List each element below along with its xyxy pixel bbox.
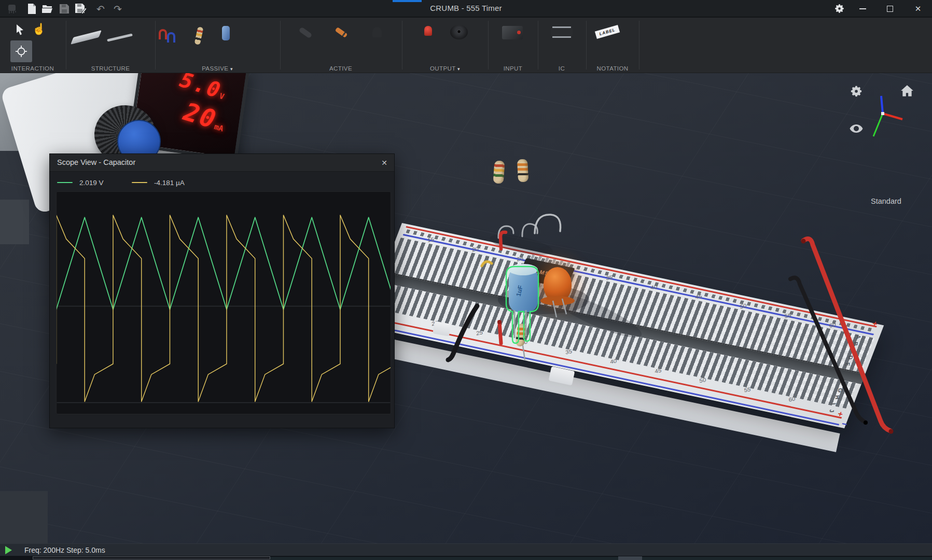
scene-settings-gear-icon[interactable] <box>850 85 863 100</box>
row-number: 25 <box>517 255 524 262</box>
row-number: 20 <box>472 246 479 253</box>
bottom-strip-tint <box>270 557 932 560</box>
column-letter: C <box>850 348 857 353</box>
titlebar[interactable]: ↶ ↷ CRUMB - 555 Timer ✕ <box>0 0 932 17</box>
wire-tip <box>864 421 868 425</box>
hand-tool-icon[interactable]: ☝ <box>32 23 46 35</box>
toolbar-separator <box>66 21 66 69</box>
wire-tip <box>801 239 806 244</box>
component-toolbar: ☝ <box>0 18 932 73</box>
breadboard-component-icon[interactable] <box>71 30 102 44</box>
scope-window[interactable]: Scope View - Capacitor ✕ 2.019 V -4.181 … <box>49 153 395 428</box>
rod-component-icon[interactable] <box>107 33 133 41</box>
psu-voltage-value: 5.0 <box>177 73 224 103</box>
orbit-target-icon <box>15 45 27 58</box>
scope-title: Scope View - Capacitor <box>57 158 135 166</box>
row-number: 25 <box>476 329 483 337</box>
row-number: 15 <box>427 236 435 243</box>
row-number: 60 <box>829 321 836 329</box>
resistor-component-icon[interactable] <box>194 26 204 45</box>
row-number: 50 <box>699 376 706 384</box>
led-component-icon[interactable] <box>424 26 432 36</box>
rail-plus-mark-near: + <box>836 409 844 419</box>
legend-current: -4.181 µA <box>132 177 185 188</box>
dropdown-arrow-icon: ▾ <box>457 66 460 72</box>
wire-red-icon[interactable] <box>159 29 167 39</box>
toolbar-separator <box>586 21 587 69</box>
taskbar-accent <box>393 0 422 2</box>
scope-titlebar[interactable]: Scope View - Capacitor ✕ <box>50 154 394 172</box>
row-number: 40 <box>650 284 658 291</box>
bottom-strip <box>0 556 932 560</box>
psu-current-unit: mA <box>213 122 225 133</box>
group-label-passive[interactable]: PASSIVE ▾ <box>202 65 233 72</box>
rail-plus-mark-far: + <box>871 319 879 329</box>
floor-block <box>0 200 29 244</box>
buzzer-component-icon[interactable] <box>450 25 468 39</box>
dropdown-arrow-icon: ▾ <box>230 66 233 72</box>
resistor-1[interactable] <box>493 160 505 184</box>
resistor-2[interactable] <box>517 159 528 183</box>
group-label-input: INPUT <box>504 65 523 72</box>
diode-component-icon[interactable] <box>298 26 312 38</box>
axis-gizmo <box>865 94 907 141</box>
row-number: 35 <box>606 274 613 281</box>
row-number: 45 <box>695 293 702 300</box>
led-orange[interactable] <box>544 267 572 301</box>
view-mode-label[interactable]: Standard <box>871 197 901 205</box>
play-button[interactable] <box>5 546 12 554</box>
floor-block-corner <box>0 491 48 543</box>
ic-component-icon[interactable] <box>551 28 573 36</box>
column-letter: D <box>847 355 854 360</box>
capacitor-label: 1uF <box>515 285 524 297</box>
column-letter: B <box>853 342 859 346</box>
eye-icon[interactable] <box>850 124 863 135</box>
scope-close-button[interactable]: ✕ <box>378 156 391 170</box>
group-label-output[interactable]: OUTPUT ▾ <box>430 65 460 72</box>
settings-gear-icon[interactable] <box>828 0 851 17</box>
row-number: 55 <box>744 386 751 394</box>
toolbar-separator <box>402 21 402 69</box>
resistor-lead-wire <box>522 224 537 236</box>
app-window: 5.0V 20mA 15202530354045505560 152025303… <box>0 0 932 560</box>
row-number: 60 <box>788 396 796 403</box>
toolbar-separator <box>280 21 281 69</box>
wire-blue-icon[interactable] <box>167 32 175 43</box>
label-component-icon[interactable]: LABEL <box>595 25 620 39</box>
column-letter: H <box>834 395 841 400</box>
row-number: 45 <box>655 367 662 374</box>
wire-tip <box>889 429 894 434</box>
cursor-tool-icon[interactable] <box>16 24 26 38</box>
row-number: 50 <box>740 302 747 310</box>
window-title: CRUMB - 555 Timer <box>0 4 932 12</box>
maximize-button[interactable] <box>879 0 901 17</box>
column-letter: F <box>839 382 846 386</box>
simulation-status-text: Freq: 200Hz Step: 5.0ms <box>24 546 105 554</box>
voltage-trace <box>57 217 391 310</box>
statusbar: Freq: 200Hz Step: 5.0ms <box>0 543 932 556</box>
capacitor-selected[interactable]: 1uF <box>509 269 538 312</box>
group-label-notation: NOTATION <box>597 65 629 72</box>
group-label-structure: STRUCTURE <box>91 65 130 72</box>
power-supply-component-icon[interactable] <box>502 26 523 39</box>
group-label-interaction: INTERACTION <box>11 65 54 72</box>
row-number: 35 <box>565 348 573 355</box>
capacitor-component-icon[interactable] <box>222 26 230 40</box>
transistor-component-icon[interactable] <box>372 27 382 37</box>
bottom-strip-segment <box>618 556 642 560</box>
psu-icon-knob <box>517 31 521 34</box>
column-letter: E <box>844 362 851 367</box>
voltage-legend-label: 2.019 V <box>79 179 104 187</box>
group-label-active: ACTIVE <box>329 65 352 72</box>
zener-diode-icon[interactable] <box>335 27 348 38</box>
legend-voltage: 2.019 V <box>57 177 104 188</box>
column-letter: J <box>829 409 836 413</box>
close-button[interactable]: ✕ <box>907 0 929 17</box>
label-sticker-text: LABEL <box>599 27 616 36</box>
rail-minus-mark-near: − <box>840 418 849 430</box>
bottom-strip-box <box>33 556 270 559</box>
row-number: 40 <box>610 358 617 365</box>
minimize-button[interactable] <box>851 0 874 17</box>
current-legend-label: -4.181 µA <box>154 179 185 187</box>
orbit-tool-selected[interactable] <box>10 40 32 62</box>
